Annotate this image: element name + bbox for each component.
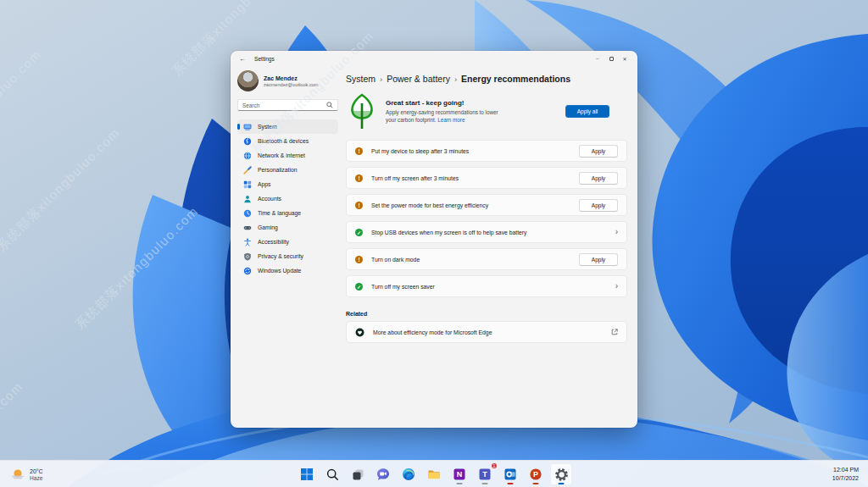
clock-time: 12:04 PM [832,466,859,475]
sidebar-item-personalization[interactable]: Personalization [237,163,338,177]
energy-banner: Great start - keep going! Apply energy-s… [346,92,627,130]
apply-button[interactable]: Apply [579,199,618,212]
check-icon [355,229,363,236]
sidebar-item-label: Windows Update [258,268,301,274]
banner-title: Great start - keep going! [386,99,506,107]
settings-window: ← Settings – ✕ Zac Mendez zacmendez@outl… [231,51,637,428]
onenote-button[interactable]: N [448,463,470,485]
sidebar-item-label: Time & language [258,210,301,216]
sidebar-item-accessibility[interactable]: Accessibility [237,235,338,249]
warning-icon [355,202,363,209]
recommendation-row: Turn off my screen after 3 minutes Apply [346,167,627,189]
system-icon [243,122,252,131]
clock-date: 10/7/2022 [832,474,859,484]
maximize-button[interactable] [604,53,618,64]
active-indicator [559,483,565,484]
back-button[interactable]: ← [236,53,248,64]
apply-button[interactable]: Apply [579,145,618,158]
windows-update-icon [243,266,252,275]
warning-icon [355,256,363,263]
warning-icon [355,147,363,155]
powerpoint-button[interactable]: P [525,463,547,485]
search-icon [326,102,333,108]
weather-widget[interactable]: 20°C Haze [8,461,47,487]
window-title: Settings [254,56,275,62]
sidebar-item-label: System [258,124,277,130]
related-link-label: More about efficiency mode for Microsoft… [373,329,492,335]
apply-all-button[interactable]: Apply all [565,105,609,118]
clock[interactable]: 12:04 PM 10/7/2022 [832,461,859,487]
recommendation-row: Set the power mode for best energy effic… [346,194,627,216]
recommendation-label: Turn off my screen saver [371,284,435,290]
settings-taskbar-button[interactable] [550,463,572,485]
powerpoint-letter: P [533,470,538,479]
file-explorer-button[interactable] [423,463,445,485]
breadcrumb-power-battery[interactable]: Power & battery [387,74,450,84]
minimize-button[interactable]: – [591,53,604,64]
related-link-row[interactable]: More about efficiency mode for Microsoft… [346,321,627,343]
running-indicator [533,483,539,484]
windows-start-icon [300,468,314,481]
sidebar-item-label: Apps [258,181,271,187]
sidebar-item-windows-update[interactable]: Windows Update [237,263,338,278]
sidebar-item-label: Accounts [258,196,281,202]
sidebar-item-label: Network & internet [258,152,305,158]
page-title: Energy recommendations [461,74,570,84]
user-email: zacmendez@outlook.com [264,82,318,87]
recommendation-label: Set the power mode for best energy effic… [371,202,488,208]
chevron-right-icon[interactable]: › [615,228,618,236]
sidebar-item-accounts[interactable]: Accounts [237,191,338,206]
settings-search[interactable] [237,99,338,111]
user-name: Zac Mendez [264,75,318,81]
desktop: ← Settings – ✕ Zac Mendez zacmendez@outl… [0,0,868,487]
taskbar: 20°C Haze [0,460,868,487]
outlook-button[interactable] [499,463,521,485]
titlebar: ← Settings – ✕ [231,51,637,66]
settings-sidebar: Zac Mendez zacmendez@outlook.com System [231,66,342,428]
apply-button[interactable]: Apply [579,172,618,185]
gaming-icon [243,223,252,232]
search-button[interactable] [321,463,343,485]
close-button[interactable]: ✕ [618,53,632,64]
apply-button[interactable]: Apply [579,253,618,266]
edge-icon [402,468,415,481]
sidebar-item-label: Accessibility [258,239,289,245]
teams-button[interactable]: T 1 [474,463,496,485]
file-explorer-icon [427,468,441,481]
apps-icon [243,180,252,189]
start-button[interactable] [296,463,318,485]
sidebar-item-network-internet[interactable]: Network & internet [237,148,338,163]
sidebar-item-label: Gaming [258,224,278,230]
sidebar-item-label: Personalization [258,167,297,173]
external-link-icon [611,329,618,335]
breadcrumb-separator: › [380,75,382,84]
edge-button[interactable] [398,463,420,485]
sidebar-item-time-language[interactable]: Time & language [237,206,338,220]
sidebar-item-bluetooth-devices[interactable]: Bluetooth & devices [237,134,338,148]
breadcrumb-system[interactable]: System [346,74,376,84]
sidebar-nav: System Bluetooth & devices Network & int… [237,119,338,278]
chat-button[interactable] [372,463,394,485]
recommendation-row[interactable]: Stop USB devices when my screen is off t… [346,221,627,243]
chevron-right-icon[interactable]: › [615,282,618,291]
recommendation-row[interactable]: Turn off my screen saver › [346,275,627,297]
sidebar-item-apps[interactable]: Apps [237,177,338,191]
search-input[interactable] [242,102,326,108]
check-icon [355,283,363,291]
related-header: Related [346,311,627,317]
network-icon [243,151,252,160]
running-indicator [482,483,488,484]
learn-more-link[interactable]: Learn more [437,117,465,123]
gear-icon [554,468,569,482]
teams-letter: T [482,470,487,479]
accessibility-icon [243,237,252,246]
account-summary[interactable]: Zac Mendez zacmendez@outlook.com [237,70,338,91]
sidebar-item-privacy-security[interactable]: Privacy & security [237,249,338,263]
sidebar-item-system[interactable]: System [237,119,338,134]
recommendation-label: Turn off my screen after 3 minutes [371,175,459,181]
search-icon [326,468,339,481]
task-view-button[interactable] [347,463,369,485]
sidebar-item-gaming[interactable]: Gaming [237,220,338,235]
personalization-icon [243,165,252,174]
onenote-icon: N [453,468,466,481]
